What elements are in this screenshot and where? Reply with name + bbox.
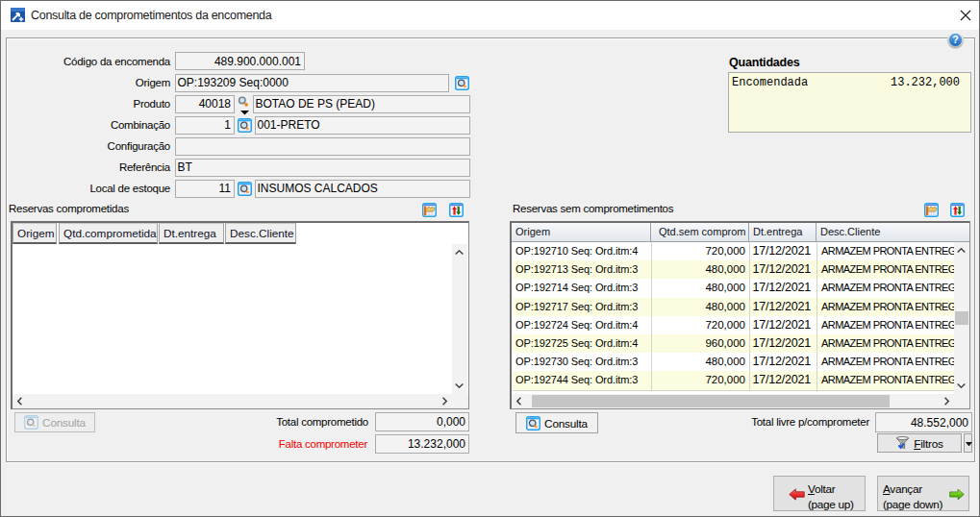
svg-text:?: ?: [952, 34, 958, 45]
